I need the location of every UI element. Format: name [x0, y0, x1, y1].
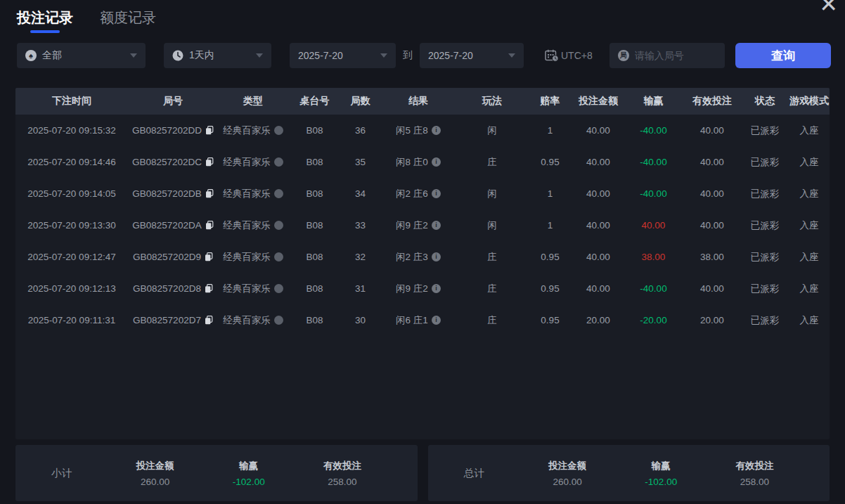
column-header: 玩法	[457, 88, 527, 115]
game-mode: 入座	[789, 178, 830, 209]
play-type: 闲	[457, 209, 527, 241]
odds: 0.95	[527, 146, 573, 178]
win-loss: 40.00	[624, 209, 683, 241]
bet-time: 2025-07-20 09:14:05	[15, 178, 128, 209]
copy-icon[interactable]	[205, 284, 213, 293]
total-valid-bet: 有效投注 258.00	[708, 460, 801, 487]
play-type: 闲	[457, 178, 527, 209]
subtotal-valid-bet: 有效投注 258.00	[295, 460, 389, 487]
result: 闲2 庄6i	[380, 178, 457, 209]
game-type: 经典百家乐	[218, 146, 288, 178]
table-number: B08	[288, 304, 341, 336]
query-button[interactable]: 查询	[735, 43, 831, 68]
status: 已派彩	[741, 178, 789, 209]
table-body: 2025-07-20 09:15:32GB08257202DD经典百家乐B083…	[15, 115, 830, 336]
info-icon[interactable]: i	[432, 284, 441, 293]
tab-quota-records[interactable]: 额度记录	[100, 8, 156, 36]
game-type-select[interactable]: ♠ 全部	[17, 43, 146, 68]
tab-betting-records[interactable]: 投注记录	[17, 8, 73, 36]
status: 已派彩	[741, 146, 789, 178]
copy-icon[interactable]	[205, 316, 213, 325]
game-type: 经典百家乐	[218, 178, 288, 209]
copy-icon[interactable]	[205, 157, 214, 167]
replay-icon[interactable]	[274, 221, 283, 230]
info-icon[interactable]: i	[432, 316, 441, 325]
replay-icon[interactable]	[274, 157, 283, 167]
odds: 1	[527, 115, 573, 146]
info-icon[interactable]: i	[432, 126, 441, 135]
bet-amount: 40.00	[573, 241, 624, 273]
game-type: 经典百家乐	[218, 273, 288, 304]
tab-bar: 投注记录 额度记录	[0, 0, 845, 36]
bet-amount: 20.00	[573, 304, 624, 336]
replay-icon[interactable]	[274, 126, 283, 135]
game-number: GB08257202D7	[128, 304, 218, 336]
column-header: 赔率	[527, 88, 573, 115]
info-icon[interactable]: i	[432, 252, 441, 261]
subtotal-bet-amount: 投注金额 260.00	[108, 460, 202, 487]
info-icon[interactable]: i	[432, 221, 441, 230]
active-tab-underline	[30, 30, 60, 33]
replay-icon[interactable]	[274, 316, 283, 325]
table-row: 2025-07-20 09:14:46GB08257202DC经典百家乐B083…	[15, 146, 830, 178]
play-type: 庄	[457, 241, 527, 273]
bet-amount: 40.00	[573, 146, 624, 178]
bet-time: 2025-07-20 09:13:30	[15, 209, 128, 241]
odds: 1	[527, 209, 573, 241]
table-row: 2025-07-20 09:14:05GB08257202DB经典百家乐B083…	[15, 178, 830, 209]
status: 已派彩	[741, 273, 789, 304]
date-from-select[interactable]: 2025-7-20	[290, 43, 396, 68]
chevron-down-icon	[508, 53, 515, 58]
round-number: 35	[341, 146, 380, 178]
column-header: 有效投注	[683, 88, 741, 115]
info-icon[interactable]: i	[432, 157, 441, 167]
win-loss: -40.00	[624, 115, 683, 146]
valid-bet: 40.00	[683, 209, 741, 241]
game-number-icon: 局	[618, 50, 629, 61]
close-icon[interactable]: ✕	[819, 0, 838, 15]
date-to-select[interactable]: 2025-7-20	[420, 43, 524, 68]
result: 闲5 庄8i	[380, 115, 457, 146]
time-range-select[interactable]: 1天内	[164, 43, 271, 68]
odds: 0.95	[527, 273, 573, 304]
game-number-input[interactable]	[635, 50, 716, 61]
replay-icon[interactable]	[274, 252, 283, 261]
replay-icon[interactable]	[274, 284, 283, 293]
tab-quota-records-label: 额度记录	[100, 10, 156, 25]
copy-icon[interactable]	[205, 221, 214, 230]
win-loss: 38.00	[624, 241, 683, 273]
valid-bet: 20.00	[683, 304, 741, 336]
column-header: 状态	[741, 88, 789, 115]
result: 闲8 庄0i	[380, 146, 457, 178]
game-mode: 入座	[789, 146, 830, 178]
valid-bet: 40.00	[683, 146, 741, 178]
game-number: GB08257202DD	[128, 115, 218, 146]
column-header: 局数	[341, 88, 380, 115]
copy-icon[interactable]	[205, 126, 214, 135]
win-loss: -20.00	[624, 304, 683, 336]
game-mode: 入座	[789, 209, 830, 241]
column-header: 输赢	[624, 88, 683, 115]
date-from-value: 2025-7-20	[298, 50, 380, 61]
copy-icon[interactable]	[205, 189, 214, 198]
copy-icon[interactable]	[205, 252, 213, 261]
subtotal-panel: 小计 投注金额 260.00 输赢 -102.00 有效投注 258.00	[15, 445, 418, 501]
replay-icon[interactable]	[274, 189, 283, 198]
game-number: GB08257202D9	[128, 241, 218, 273]
result: 闲9 庄2i	[380, 209, 457, 241]
info-icon[interactable]: i	[432, 189, 441, 198]
round-number: 36	[341, 115, 380, 146]
table-number: B08	[288, 146, 341, 178]
game-number: GB08257202DB	[128, 178, 218, 209]
chevron-down-icon	[130, 53, 137, 58]
column-header: 桌台号	[288, 88, 341, 115]
game-number-search[interactable]: 局	[609, 43, 725, 68]
bet-amount: 40.00	[573, 209, 624, 241]
column-header: 结果	[380, 88, 457, 115]
table-row: 2025-07-20 09:15:32GB08257202DD经典百家乐B083…	[15, 115, 830, 146]
timezone-indicator: UTC+8	[545, 49, 593, 62]
game-number: GB08257202DA	[128, 209, 218, 241]
table-row: 2025-07-20 09:13:30GB08257202DA经典百家乐B083…	[15, 209, 830, 241]
table-number: B08	[288, 241, 341, 273]
game-mode: 入座	[789, 241, 830, 273]
